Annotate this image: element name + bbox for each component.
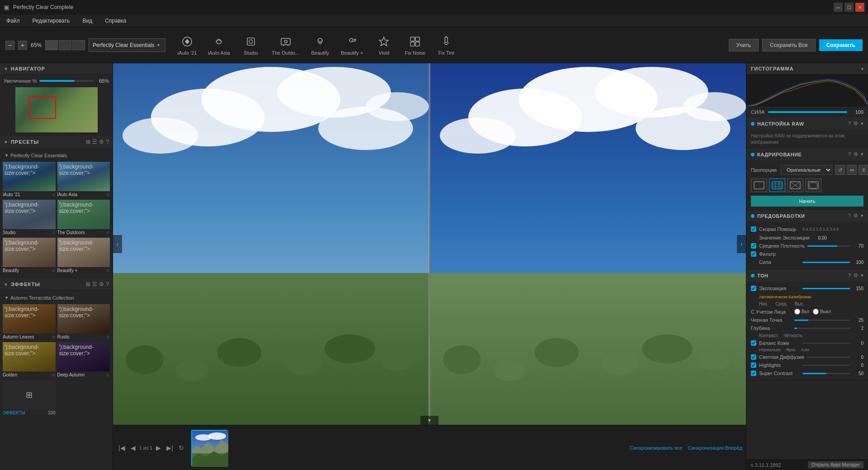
preset-thumb-studio-star[interactable]: ☆ (52, 230, 56, 235)
effect-thumb-golden-star[interactable]: ☆ (52, 372, 56, 377)
crop-rotate-left-icon[interactable]: ↺ (835, 165, 845, 175)
raw-collapse-icon[interactable]: ▾ (861, 121, 863, 127)
zoom-in-button[interactable]: + (18, 41, 27, 50)
strength-slider[interactable] (768, 111, 847, 113)
save-button[interactable]: Сохранить (819, 39, 863, 51)
presets-list-icon[interactable]: ☰ (92, 139, 97, 145)
crop-flip-v-icon[interactable]: ⇕ (859, 165, 868, 175)
effect-thumb-autumn-leaves[interactable]: ');background-size:cover;"> Autumn Leave… (3, 304, 56, 340)
presets-header[interactable]: ▼ ПРЕСЕТЫ ⊞ ☰ ⚙ ? (0, 136, 113, 148)
preset-btn-vivid[interactable]: Vivid (369, 33, 398, 57)
preset-thumb-outdoors-star[interactable]: ☆ (106, 230, 110, 235)
cropping-help-icon[interactable]: ? (848, 151, 851, 157)
crop-grid-rule-thirds[interactable] (769, 179, 785, 192)
filmstrip-prev-btn[interactable]: ◀ (129, 443, 137, 452)
filter-strength-slider[interactable] (802, 262, 850, 263)
light-diffusion-slider[interactable] (807, 357, 850, 358)
ton-help-icon[interactable]: ? (848, 273, 851, 278)
crop-prop-dropdown[interactable]: Оригинальные (781, 165, 832, 175)
preset-btn-iauto-asia[interactable]: iAuto Asia (203, 33, 235, 57)
presets-group-label[interactable]: ▼ Perfectly Clear Essentials (3, 151, 110, 160)
menu-help[interactable]: Справка (102, 16, 129, 26)
cropping-collapse-icon[interactable]: ▾ (861, 151, 863, 157)
view-btn-3[interactable] (72, 40, 85, 50)
sync-all-link[interactable]: Синхронизировать все (630, 445, 682, 451)
effects-group-label[interactable]: ▼ Autumn Terracotta Collection (3, 293, 110, 302)
sync-forward-link[interactable]: Синхронизация Вперёд (688, 445, 742, 451)
canvas-right-arrow[interactable]: › (737, 235, 746, 253)
presets-settings-icon[interactable]: ⚙ (99, 139, 104, 145)
effects-settings-icon[interactable]: ⚙ (99, 281, 104, 287)
save-all-button[interactable]: Сохранить Все (762, 39, 816, 52)
preset-btn-outdoors[interactable]: The Outdo... (267, 33, 304, 57)
preprocessing-collapse-icon[interactable]: ▾ (861, 213, 863, 219)
effects-grid-icon[interactable]: ⊞ (86, 281, 90, 287)
crop-flip-h-icon[interactable]: ⇔ (847, 165, 857, 175)
quick-help-checkbox[interactable] (751, 226, 756, 232)
minimize-button[interactable]: — (834, 3, 843, 12)
face-off-radio[interactable] (813, 309, 819, 315)
preset-thumb-iauto21-star[interactable]: ☆ (52, 192, 56, 197)
view-btn-2[interactable] (59, 40, 71, 50)
effect-thumb-more[interactable]: ⊞ ЭФФЕКТЫ 100 (3, 380, 56, 416)
effect-thumb-rustic-star[interactable]: ☆ (106, 334, 110, 339)
crop-grid-none[interactable] (751, 179, 767, 192)
effect-thumb-golden[interactable]: ');background-size:cover;"> Golden ☆ (3, 342, 56, 378)
effects-header[interactable]: ▼ ЭФФЕКТЫ ⊞ ☰ ⚙ ? (0, 278, 113, 291)
maximize-button[interactable]: ☐ (844, 3, 854, 12)
exposure-slider[interactable] (802, 288, 850, 289)
preset-thumb-iauto-asia[interactable]: ');background-size:cover;"> iAuto Asia ☆ (57, 162, 110, 198)
preset-thumb-outdoors[interactable]: ');background-size:cover;"> The Outdoors… (57, 200, 110, 236)
effects-list-icon[interactable]: ☰ (92, 281, 97, 287)
effects-help-icon[interactable]: ? (106, 281, 109, 287)
raw-settings-header[interactable]: НАСТРОЙКА RAW ? ⚙ ▾ (746, 118, 868, 130)
effect-thumb-deep-autumn-star[interactable]: ☆ (106, 372, 110, 377)
nav-preview[interactable] (15, 87, 98, 132)
effect-thumb-rustic[interactable]: ');background-size:cover;"> Rustic ☆ (57, 304, 110, 340)
menu-edit[interactable]: Редактировать (30, 16, 73, 26)
preset-thumb-iauto-asia-star[interactable]: ☆ (106, 192, 110, 197)
preprocessing-settings-icon[interactable]: ⚙ (854, 213, 858, 219)
crop-grid-diagonal[interactable] (787, 179, 803, 192)
super-contrast-checkbox[interactable] (751, 371, 756, 376)
highlights-slider[interactable] (802, 365, 850, 366)
mid-density-slider[interactable] (807, 245, 850, 247)
black-point-slider[interactable] (794, 320, 850, 321)
preset-thumb-iauto21[interactable]: ');background-size:cover;"> iAuto '21 ☆ (3, 162, 56, 198)
cropping-header[interactable]: КАДРИРОВАНИЕ ? ⚙ ▾ (746, 148, 868, 160)
ton-settings-icon[interactable]: ⚙ (854, 273, 858, 278)
filmstrip-last-btn[interactable]: ▶| (165, 443, 175, 452)
presets-help-icon[interactable]: ? (106, 139, 109, 145)
preset-thumb-beautify[interactable]: ');background-size:cover;"> Beautify ☆ (3, 238, 56, 274)
view-btn-1[interactable] (45, 40, 58, 50)
histogram-header[interactable]: ГИСТОГРАММА ▾ (746, 63, 868, 75)
zoom-slider[interactable] (39, 80, 94, 82)
mid-density-checkbox[interactable] (751, 243, 756, 249)
zoom-out-button[interactable]: − (5, 41, 14, 50)
preprocessing-header[interactable]: ПРЕДОБРАБОТКИ ? ⚙ ▾ (746, 210, 868, 222)
ton-collapse-icon[interactable]: ▾ (861, 273, 863, 278)
close-button[interactable]: ✕ (855, 3, 864, 12)
menu-view[interactable]: Вид (80, 16, 95, 26)
raw-help-icon[interactable]: ? (848, 121, 851, 127)
depth-slider[interactable] (794, 328, 850, 329)
ton-header[interactable]: ТОН ? ⚙ ▾ (746, 269, 868, 282)
preset-thumb-studio[interactable]: ');background-size:cover;"> Studio ☆ (3, 200, 56, 236)
face-on-radio[interactable] (794, 309, 800, 315)
cropping-settings-icon[interactable]: ⚙ (854, 151, 858, 157)
presets-grid-icon[interactable]: ⊞ (86, 139, 90, 145)
filmstrip-first-btn[interactable]: |◀ (117, 443, 127, 452)
canvas-left-arrow[interactable]: ‹ (113, 235, 122, 253)
effect-thumb-autumn-star[interactable]: ☆ (52, 334, 56, 339)
menu-file[interactable]: Файл (4, 16, 23, 26)
preset-btn-iauto21[interactable]: iAuto '21 (173, 33, 202, 57)
navigator-header[interactable]: ▼ НАВИГАТОР (0, 63, 113, 75)
highlights-checkbox[interactable] (751, 362, 756, 368)
crop-grid-circle[interactable] (805, 179, 821, 192)
filmstrip-next-btn[interactable]: ▶ (154, 443, 163, 452)
filmstrip-thumb-1[interactable] (191, 430, 227, 466)
preset-thumb-beautify-star[interactable]: ☆ (52, 268, 56, 273)
preset-btn-fix-noise[interactable]: Fix Noise (400, 33, 430, 57)
preset-btn-fix-tint[interactable]: Fix Tint (432, 33, 461, 57)
skin-balance-checkbox[interactable] (751, 340, 756, 346)
